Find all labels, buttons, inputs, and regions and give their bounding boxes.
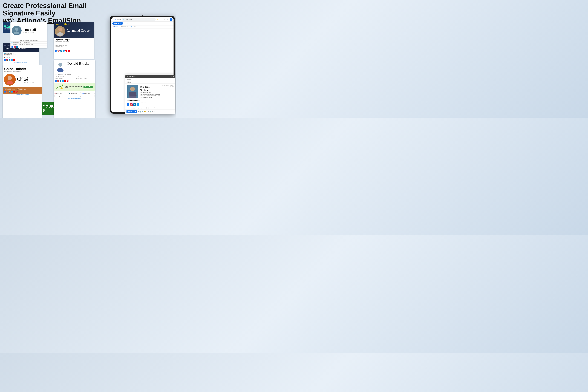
promotions-tab-label: Promotions — [122, 26, 128, 28]
signature-icon[interactable]: ✏ — [152, 111, 154, 112]
tab-promotions[interactable]: 🏷 Promotions — [120, 26, 130, 28]
jennifer-facebook-icon[interactable]: f — [4, 59, 6, 61]
numbered-list-icon[interactable]: ① — [148, 107, 150, 109]
user-avatar[interactable]: S — [170, 18, 172, 21]
quote-icon[interactable]: ❝ — [154, 107, 155, 109]
read-more-button[interactable]: Read More — [84, 86, 93, 88]
formatting-icon[interactable]: A — [138, 111, 139, 112]
gmail-search-bar[interactable]: 🔍 Search mail — [122, 18, 156, 21]
jennifer-youtube-icon[interactable]: ▶ — [13, 59, 15, 61]
chloe-twitter-icon[interactable]: t — [11, 91, 13, 92]
tim-instagram-icon[interactable]: 📷 — [14, 46, 16, 48]
strikethrough-icon[interactable]: S̶ — [155, 107, 157, 109]
jennifer-made-with[interactable]: Made with EmailSign by Artlogo — [2, 62, 39, 63]
see-my-work-button[interactable]: Bē See my Work — [82, 92, 94, 94]
donald-profession: Your Profession Your Company — [54, 74, 96, 76]
link-icon[interactable]: 🔗 — [142, 111, 144, 112]
close-compose-icon[interactable]: ✕ — [172, 76, 174, 77]
help-icon[interactable]: ? — [160, 18, 162, 21]
underline-icon[interactable]: U — [141, 107, 142, 109]
attach-icon[interactable]: 📎 — [139, 111, 141, 112]
see-my-photos-button[interactable]: 📷 See my Photos — [68, 92, 81, 94]
tim-facebook-icon[interactable]: f — [12, 46, 13, 48]
donald-youtube-icon[interactable]: ▶ — [64, 80, 66, 82]
matthew-instagram-icon[interactable]: 📷 — [130, 103, 133, 106]
expand-icon[interactable]: ⤡ — [171, 76, 172, 77]
donald-linkedin-icon[interactable]: in — [60, 80, 62, 82]
matthew-linkedin-icon[interactable]: in — [133, 103, 136, 106]
checkbox-icon[interactable]: ☐ — [124, 22, 126, 24]
jennifer-linkedin-icon[interactable]: in — [8, 59, 10, 61]
send-button[interactable]: Send — [126, 110, 134, 112]
compose-button[interactable]: ✏ Compose — [112, 22, 123, 25]
tim-linkedin-icon[interactable]: in — [16, 46, 18, 48]
minimize-icon[interactable]: _ — [169, 76, 170, 77]
view-my-artwork-button[interactable]: P View my Artwork — [54, 95, 74, 97]
tim-contact: 🌐 www.yoursiteurl.com ✉ tom@lindt.com — [10, 42, 47, 44]
tim-photo — [12, 26, 22, 36]
chloe-linkedin-icon[interactable]: in — [8, 91, 10, 92]
outdent-icon[interactable]: ⇤ — [152, 107, 154, 109]
bold-icon[interactable]: B — [138, 107, 140, 109]
chloe-facebook-icon[interactable]: f — [4, 91, 6, 92]
matthew-social-icons: f 📷 in t — [127, 103, 174, 106]
donald-instagram-icon[interactable]: 📷 — [57, 80, 59, 82]
raymond-twitter-icon[interactable]: t — [63, 50, 65, 52]
recipients-field[interactable]: Recipients — [126, 78, 174, 81]
lock-icon[interactable]: 🔒 — [150, 111, 152, 112]
raymond-facebook-icon[interactable]: f — [55, 50, 57, 52]
tablet-device: ☰ M Gmail 🔍 Search mail ⚡ ? ⚙ ⠿ S — [110, 16, 175, 114]
bullets-icon[interactable]: ☰ — [146, 107, 148, 109]
donald-made-with[interactable]: Made with EmailSign by Artlogo — [54, 98, 96, 99]
filter-icon[interactable]: ⚡ — [156, 18, 159, 21]
italic-icon[interactable]: I — [140, 107, 140, 109]
chloe-title: Your Profession Your Company — [4, 71, 26, 72]
redo-icon[interactable]: ↪ — [128, 107, 130, 109]
social-tab-label: Social — [133, 26, 136, 28]
chloe-made-with[interactable]: Made with EmailSign by Artlogo — [2, 94, 42, 95]
photo-attach-icon[interactable]: 🖼 — [148, 111, 149, 112]
hamburger-icon[interactable]: ☰ — [112, 18, 114, 20]
search-input[interactable]: Search mail — [125, 19, 132, 20]
align-icon[interactable]: ≡ — [144, 107, 146, 109]
raymond-youtube-icon[interactable]: ▶ — [65, 50, 68, 52]
raymond-pinterest-icon[interactable]: P — [68, 50, 70, 52]
chloe-subtitle: CHLOE DUBOIS — [17, 82, 40, 83]
matthew-facebook-icon[interactable]: f — [127, 103, 129, 106]
font-selector[interactable]: Verdana — [130, 107, 135, 109]
raymond-linkedin-icon[interactable]: in — [60, 50, 62, 52]
remove-format-icon[interactable]: ✕ — [157, 107, 159, 109]
inbox-icon: 📥 — [113, 26, 114, 28]
donald-pinterest-icon[interactable]: P — [67, 80, 68, 82]
chloe-pinterest-icon[interactable]: P — [16, 91, 18, 92]
text-color-icon[interactable]: A — [143, 107, 144, 109]
chloe-youtube-icon[interactable]: ▶ — [13, 91, 15, 92]
tab-primary[interactable]: 📥 Primary — [111, 26, 120, 28]
subject-field[interactable]: Subject — [126, 81, 174, 84]
apps-icon[interactable]: ⠿ — [166, 18, 169, 21]
follow-my-channel-button[interactable]: ▶ Follow my Channel — [75, 95, 94, 97]
jennifer-instagram-icon[interactable]: 📷 — [6, 59, 8, 61]
more-options-icon[interactable]: ⋮ — [129, 22, 131, 24]
svg-point-2 — [8, 76, 12, 80]
settings-icon[interactable]: ⚙ — [163, 18, 166, 21]
drive-icon[interactable]: △ — [146, 111, 148, 112]
indent-icon[interactable]: ⇥ — [150, 107, 152, 109]
more-compose-icon[interactable]: ⋮ — [154, 111, 155, 112]
send-options-button[interactable]: ▾ — [134, 110, 137, 112]
donald-twitter-icon[interactable]: t — [62, 80, 64, 82]
tab-social[interactable]: 👥 Social — [130, 26, 137, 28]
chloe-instagram-icon[interactable]: 📷 — [6, 91, 8, 92]
donald-finance-tag: FINANCE — [67, 66, 94, 66]
jennifer-twitter-icon[interactable]: t — [11, 59, 13, 61]
refresh-icon[interactable]: ↻ — [126, 22, 128, 24]
see-my-pins-button[interactable]: P See my Pins — [54, 92, 68, 94]
raymond-instagram-icon[interactable]: 📷 — [58, 50, 60, 52]
donald-facebook-icon[interactable]: f — [55, 80, 57, 82]
font-size-icon[interactable]: T↕ — [136, 107, 138, 109]
undo-icon[interactable]: ↩ — [126, 107, 128, 109]
svg-point-3 — [6, 81, 13, 84]
emoji-icon[interactable]: 😊 — [144, 111, 146, 112]
matthew-photo — [127, 85, 138, 98]
matthew-twitter-icon[interactable]: t — [136, 103, 139, 106]
